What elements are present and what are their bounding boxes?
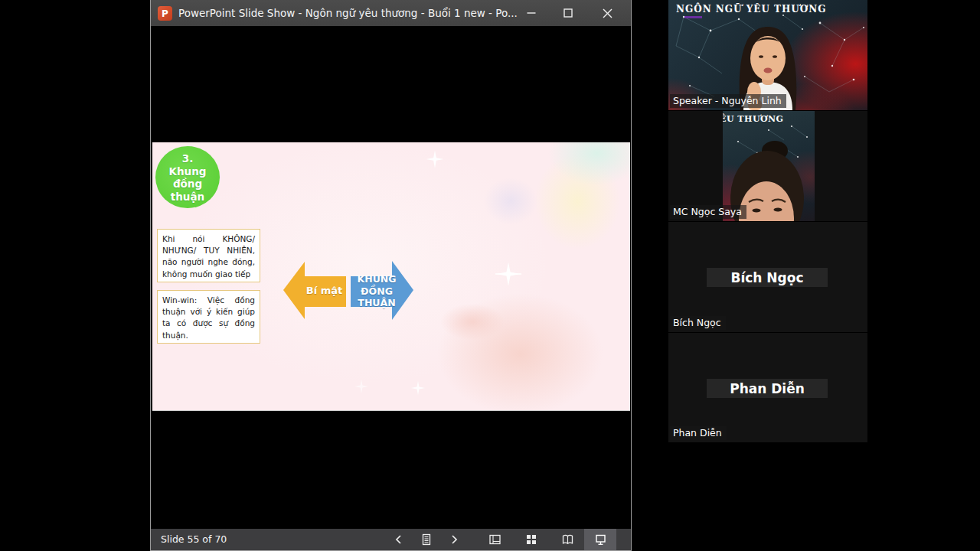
minimize-button[interactable] bbox=[518, 0, 544, 26]
note-box-2: Win-win: Việc đồng thuận với ý kiến giúp… bbox=[157, 290, 260, 344]
slide-number-badge: 3. Khung đồng thuận bbox=[155, 146, 220, 208]
center-name-bar: Bích Ngọc bbox=[707, 268, 828, 287]
participant-tile-mc[interactable]: ÊU THƯƠNG MC Ngọc Saya bbox=[668, 111, 867, 221]
participant-tile-bich-ngoc[interactable]: Bích Ngọc Bích Ngọc bbox=[668, 222, 867, 332]
slide-canvas[interactable]: 3. Khung đồng thuận Khi nói KHÔNG/ NHƯNG… bbox=[152, 142, 630, 411]
notes-page-icon bbox=[420, 533, 433, 546]
participant-name-label: Phan Diễn bbox=[670, 426, 727, 440]
participant-display-name: Bích Ngọc bbox=[730, 270, 803, 285]
menu-button[interactable] bbox=[416, 529, 437, 550]
chevron-right-icon bbox=[448, 533, 460, 546]
chevron-left-icon bbox=[393, 533, 405, 546]
video-overlay-title: ÊU THƯƠNG bbox=[723, 114, 784, 124]
video-overlay-title: NGÔN NGỮ YÊU THƯƠNG bbox=[676, 4, 826, 15]
slideshow-view-button[interactable] bbox=[584, 529, 616, 550]
sparkle-icon bbox=[410, 380, 426, 396]
open-book-icon bbox=[561, 533, 574, 546]
minimize-icon bbox=[527, 8, 536, 18]
badge-line: Khung bbox=[155, 165, 220, 178]
title-bar: P PowerPoint Slide Show - Ngôn ngữ yêu t… bbox=[151, 0, 631, 26]
participant-name-label: Bích Ngọc bbox=[670, 316, 726, 330]
participant-name-label: MC Ngọc Saya bbox=[670, 205, 746, 219]
sparkle-icon bbox=[495, 261, 521, 287]
sparkle-icon bbox=[424, 148, 446, 170]
screen: P PowerPoint Slide Show - Ngôn ngữ yêu t… bbox=[0, 0, 980, 551]
reading-view-button[interactable] bbox=[557, 529, 578, 550]
grid-icon bbox=[525, 533, 537, 546]
normal-view-icon bbox=[488, 533, 501, 546]
participant-tile-speaker[interactable]: NGÔN NGỮ YÊU THƯƠNG Speaker - Nguyễn Lin… bbox=[668, 0, 867, 110]
right-arrow-line: ĐỒNG bbox=[354, 285, 400, 298]
participants-panel: NGÔN NGỮ YÊU THƯƠNG Speaker - Nguyễn Lin… bbox=[668, 0, 867, 442]
previous-slide-button[interactable] bbox=[388, 529, 410, 550]
arrows-graphic bbox=[275, 256, 424, 328]
powerpoint-window: P PowerPoint Slide Show - Ngôn ngữ yêu t… bbox=[150, 0, 632, 551]
window-title: PowerPoint Slide Show - Ngôn ngữ yêu thư… bbox=[178, 0, 518, 26]
badge-line: đồng bbox=[155, 178, 220, 191]
left-arrow-label: Bí mật bbox=[302, 285, 346, 296]
maximize-icon bbox=[564, 8, 573, 18]
maximize-button[interactable] bbox=[555, 0, 581, 26]
badge-line: 3. bbox=[155, 152, 220, 165]
status-bar: Slide 55 of 70 bbox=[151, 529, 631, 550]
center-name-bar: Phan Diễn bbox=[707, 379, 828, 398]
slide-sorter-button[interactable] bbox=[521, 529, 542, 550]
close-button[interactable] bbox=[594, 0, 620, 26]
participant-tile-phan-dien[interactable]: Phan Diễn Phan Diễn bbox=[668, 333, 867, 442]
presentation-monitor-icon bbox=[594, 533, 607, 546]
right-arrow-line: THUẬN bbox=[354, 297, 400, 309]
right-arrow-label: KHUNG ĐỒNG THUẬN bbox=[354, 273, 400, 309]
badge-line: thuận bbox=[155, 191, 220, 204]
participant-name-label: Speaker - Nguyễn Linh bbox=[670, 94, 786, 108]
right-arrow-line: KHUNG bbox=[354, 273, 400, 285]
normal-view-button[interactable] bbox=[484, 529, 505, 550]
participant-display-name: Phan Diễn bbox=[730, 381, 805, 396]
sparkle-icon bbox=[353, 378, 370, 395]
next-slide-button[interactable] bbox=[443, 529, 465, 550]
title-underline-decoration bbox=[684, 16, 702, 18]
close-icon bbox=[603, 8, 612, 18]
slide-counter: Slide 55 of 70 bbox=[161, 529, 227, 550]
note-box-1: Khi nói KHÔNG/ NHƯNG/ TUY NHIÊN, não ngư… bbox=[157, 229, 260, 282]
powerpoint-logo-icon: P bbox=[158, 6, 172, 21]
